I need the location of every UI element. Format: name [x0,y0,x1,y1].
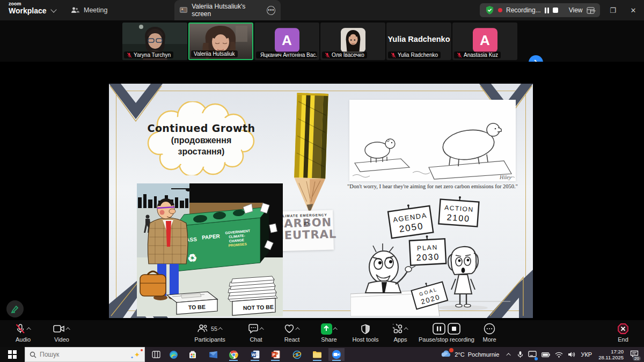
svg-text:W: W [251,352,255,357]
polar-bear-cartoon: Hiley [349,100,516,181]
participant-tile-yatskanych[interactable]: A Яцканич Антоніна Вас... [254,23,319,60]
stop-recording-icon[interactable] [553,8,558,13]
pause-recording-icon[interactable] [545,8,549,13]
zoom-meeting-window: zoom Workplace Meeting Valeriia Hutsaliu… [0,0,644,362]
host-tools-button[interactable]: Host tools [348,323,383,343]
participant-tile-anastasia[interactable]: A Anastasia Kuz [452,23,517,60]
meeting-tab-label: Meeting [84,6,107,14]
participants-menu-chevron[interactable] [218,327,222,331]
cartoon-caption: "Don't worry, I hear they're aiming for … [347,183,518,189]
wifi-icon[interactable] [555,352,563,358]
apps-icon [393,324,403,334]
polar-bear-sketch: Hiley [349,100,516,181]
participant-tile-yaryna[interactable]: Yaryna Turchyn [122,23,187,60]
climate-goals-cartoon: AGENDA 2050 ACTION 2100 PLAN 2030 [350,194,510,316]
participant-name-label: Yulia Radchenko [388,51,441,58]
slide-title: Continued Growth [148,122,255,134]
workspace-chevron-icon[interactable] [50,6,56,12]
participant-name-label: Yaryna Turchyn [124,51,173,58]
video-button[interactable]: Video [47,323,76,343]
tab-shared-screen[interactable]: Valeriia Hutsaliuk's screen ••• [174,0,281,20]
mail-icon[interactable] [205,348,221,361]
edge-browser-icon[interactable] [165,348,181,361]
logo-workplace-text: Workplace [9,7,47,14]
participants-icon [197,324,208,334]
weather-temperature[interactable]: 2°C [455,351,464,358]
zoom-app-icon[interactable] [328,348,345,361]
participants-button[interactable]: 55 Participants [188,323,232,343]
internet-explorer-icon[interactable] [289,348,305,361]
recycle-icon: ♻ [187,252,197,264]
view-button[interactable]: View [569,6,583,14]
participant-tile-yulia[interactable]: Yulia Radchenko Yulia Radchenko [386,23,451,60]
react-menu-chevron[interactable] [295,327,299,331]
clock-date: 28.11.2025 [598,354,624,360]
copilot-sparkle-icon[interactable]: ✦✦ [134,351,140,359]
participant-tile-valeriia-active[interactable]: Valeriia Hutsaliuk [188,23,253,60]
start-button[interactable] [0,347,25,362]
notification-center-button[interactable]: 20 [630,350,639,359]
participant-tile-olya[interactable]: Оля Івасечко [320,23,385,60]
security-shield-icon[interactable] [485,5,494,15]
cloud-callout: Continued Growth (продовження зростання) [145,101,257,175]
recording-label: Recording... [506,6,541,14]
tab-options-icon[interactable]: ••• [267,6,275,15]
weather-description[interactable]: Pochmurnie [468,351,500,358]
tray-overflow-chevron[interactable] [507,353,511,357]
react-button[interactable]: React [277,323,307,343]
tab-meeting[interactable]: Meeting [71,0,107,20]
audio-menu-chevron[interactable] [26,327,31,331]
end-button[interactable]: End [611,323,635,343]
avatar: A [473,28,497,53]
chat-menu-chevron[interactable] [259,327,264,331]
word-icon[interactable]: W [247,348,263,361]
powerpoint-icon[interactable]: P [267,348,283,361]
chat-button[interactable]: Chat [241,323,270,343]
search-input[interactable] [40,351,104,358]
pause-icon [433,323,445,335]
svg-text:2030: 2030 [416,252,440,262]
people-icon [71,6,79,14]
tray-cast-icon[interactable] [528,350,537,359]
share-button[interactable]: Share [314,323,343,343]
microsoft-store-icon[interactable] [185,348,201,361]
participant-name-label: Valeriia Hutsaliuk [191,50,238,57]
apps-button[interactable]: Apps [386,323,414,343]
stop-icon [448,323,460,335]
notification-count-badge: 20 [633,356,641,361]
presentation-slide: Continued Growth (продовження зростання) [109,84,533,318]
taskbar-search[interactable]: ✦✦ [25,347,145,362]
chrome-icon[interactable] [225,348,241,361]
language-indicator[interactable]: УКР [581,351,592,358]
annotation-button[interactable] [6,300,24,317]
screen-tab-label: Valeriia Hutsaliuk's screen [192,3,262,18]
svg-text:2100: 2100 [447,212,471,223]
speaker-icon[interactable] [568,351,575,358]
screen-share-icon [180,7,187,14]
end-meeting-icon [617,323,629,335]
battery-icon[interactable] [541,352,550,357]
shield-icon [361,324,370,334]
more-button[interactable]: More [477,323,502,343]
audio-button[interactable]: Audio [9,323,38,343]
close-button[interactable]: ✕ [624,0,642,20]
video-menu-chevron[interactable] [65,327,70,331]
tray-mic-icon[interactable] [517,351,523,358]
recycling-cartoon: GLASS PAPER GOVERNMENT CLIMATE- CHANGE P… [137,183,283,316]
apps-menu-chevron[interactable] [404,327,408,331]
pencil-illustration [281,91,340,218]
recording-dot-icon [498,8,502,12]
taskbar-clock[interactable]: 17:20 28.11.2025 [598,349,624,361]
restore-button[interactable]: ❐ [604,0,622,20]
pause-stop-recording-button[interactable]: Pause/stop recording [412,323,481,343]
participant-name-label: Яцканич Антоніна Вас... [256,51,317,58]
weather-icon[interactable] [441,350,452,359]
clock-time: 17:20 [598,349,624,354]
task-view-button[interactable] [148,348,164,361]
share-menu-chevron[interactable] [333,327,337,331]
camera-icon [53,324,65,333]
minimize-button[interactable]: ─ [584,0,602,20]
mic-muted-icon [127,53,132,58]
mic-muted-icon [15,323,26,334]
file-explorer-icon[interactable] [309,348,325,361]
